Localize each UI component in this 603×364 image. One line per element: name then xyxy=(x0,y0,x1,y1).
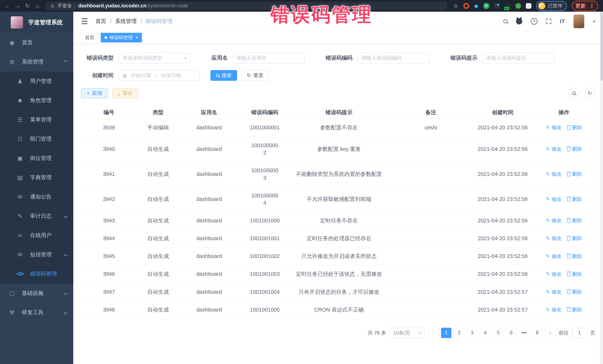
extension-grid-icon[interactable] xyxy=(494,3,500,9)
date-range-picker[interactable]: ▦ 开始日期 - 结束日期 xyxy=(118,70,200,81)
sidebar-item-online-users[interactable]: ∞ 在线用户 xyxy=(0,226,73,245)
sidebar-item-audit-log[interactable]: ✎ 审计日志 xyxy=(0,207,73,226)
page-button-3[interactable]: 3 xyxy=(467,328,477,338)
address-bar[interactable]: ⚠ 不安全 dashboard.yudao.iocoder.cn/system/… xyxy=(46,2,447,10)
kebab-menu-icon[interactable]: ⋮ xyxy=(589,3,595,9)
update-button[interactable]: 更新 ⋮ xyxy=(572,1,598,11)
sidebar-item-system-management[interactable]: ⚙ 系统管理 xyxy=(0,52,73,72)
edit-link[interactable]: ✎ 修改 xyxy=(546,146,562,152)
toggle-search-button[interactable] xyxy=(568,88,579,99)
delete-link[interactable]: 删除 xyxy=(567,171,582,177)
extension-key-icon[interactable] xyxy=(515,3,521,9)
edit-link[interactable]: ✎ 修改 xyxy=(546,171,562,177)
dashboard-icon: ◉ xyxy=(8,39,16,46)
delete-link[interactable]: 删除 xyxy=(567,235,582,242)
caret-down-icon[interactable]: ▾ xyxy=(593,19,595,24)
delete-link[interactable]: 删除 xyxy=(567,124,582,131)
extension-v-icon[interactable]: V xyxy=(483,3,489,9)
extension-gem-icon[interactable]: ◆ xyxy=(474,3,478,9)
delete-link[interactable]: 删除 xyxy=(567,146,582,152)
cell-remark xyxy=(387,301,475,319)
breadcrumb-home[interactable]: 首页 xyxy=(95,18,106,25)
search-icon[interactable] xyxy=(503,19,508,23)
app-name-input[interactable] xyxy=(237,55,301,61)
edit-link[interactable]: ✎ 修改 xyxy=(546,288,562,295)
sidebar-item-notice[interactable]: ✉ 通知公告 xyxy=(0,187,73,207)
page-button-1[interactable]: 1 xyxy=(441,328,452,338)
delete-link[interactable]: 删除 xyxy=(567,271,582,277)
fullscreen-icon[interactable] xyxy=(546,19,551,24)
edit-link[interactable]: ✎ 修改 xyxy=(546,196,562,203)
edit-link[interactable]: ✎ 修改 xyxy=(546,271,562,277)
page-button-4[interactable]: 4 xyxy=(480,328,490,338)
sidebar-item-post-management[interactable]: ▣ 岗位管理 xyxy=(0,149,73,168)
user-avatar[interactable] xyxy=(573,14,584,28)
delete-link[interactable]: 删除 xyxy=(567,306,582,313)
cell-hint: 不允许获取敏感配置到前端 xyxy=(291,187,387,212)
goto-page-input[interactable] xyxy=(574,330,585,336)
edit-link[interactable]: ✎ 修改 xyxy=(546,235,562,242)
edit-link[interactable]: ✎ 修改 xyxy=(546,306,562,313)
search-button[interactable]: 搜索 xyxy=(210,70,237,81)
back-icon[interactable]: ← xyxy=(3,3,12,9)
scrollbar-thumb[interactable] xyxy=(601,12,603,81)
sidebar-item-dev-tools[interactable]: ⚒ 研发工具 xyxy=(0,303,73,322)
hamburger-icon[interactable]: ☰ xyxy=(81,17,88,26)
edit-link[interactable]: ✎ 修改 xyxy=(546,124,562,131)
page-button-2[interactable]: 2 xyxy=(454,328,464,338)
start-date-placeholder: 开始日期 xyxy=(131,72,151,79)
delete-link[interactable]: 删除 xyxy=(567,288,582,295)
sidebar-item-role-management[interactable]: ☻ 角色管理 xyxy=(0,91,73,110)
trash-icon xyxy=(567,237,570,241)
cell-hint: 只允许修改为开启或者关闭状态 xyxy=(291,247,387,265)
delete-link[interactable]: 删除 xyxy=(567,253,582,260)
reload-icon[interactable]: ↻ xyxy=(23,2,32,9)
extension-orange-icon[interactable] xyxy=(463,3,469,9)
pencil-icon: ✎ xyxy=(546,146,550,152)
bookmark-star-icon[interactable]: ☆ xyxy=(453,2,458,10)
page-button-5[interactable]: 5 xyxy=(493,328,503,338)
more-pages-button[interactable]: ••• xyxy=(519,328,529,338)
github-icon[interactable] xyxy=(516,18,522,24)
sidebar-item-department-management[interactable]: ☷ 部门管理 xyxy=(0,129,73,149)
error-hint-input[interactable] xyxy=(486,55,550,61)
delete-link[interactable]: 删除 xyxy=(567,196,582,203)
export-button[interactable]: ↓ 导出 xyxy=(112,88,138,98)
edit-link[interactable]: ✎ 修改 xyxy=(546,217,562,224)
page-button-8[interactable]: 8 xyxy=(532,328,542,338)
close-icon[interactable]: × xyxy=(135,35,138,40)
page-size-select[interactable]: 10条/页 xyxy=(389,328,425,338)
home-icon[interactable]: ⌂ xyxy=(33,3,42,9)
prev-page-button[interactable]: ‹ xyxy=(428,328,439,338)
sidebar-item-menu-management[interactable]: ☰ 菜单管理 xyxy=(0,110,73,129)
tab-home[interactable]: 首页 xyxy=(81,33,98,43)
extension-switch-icon[interactable]: on xyxy=(505,3,510,9)
delete-link[interactable]: 删除 xyxy=(567,217,582,224)
chevron-down-icon xyxy=(418,331,422,334)
tab-error-code-management[interactable]: 错误码管理 × xyxy=(101,33,142,43)
font-size-icon[interactable]: tT xyxy=(560,18,565,24)
error-code-input[interactable] xyxy=(361,55,426,61)
window-scrollbar[interactable] xyxy=(600,12,603,364)
breadcrumb-system[interactable]: 系统管理 xyxy=(115,18,137,25)
reset-button[interactable]: ↻ 重置 xyxy=(241,70,269,81)
sidebar-item-sms-management[interactable]: ✉ 短信管理 xyxy=(0,245,73,264)
sidebar-item-home[interactable]: ◉ 首页 xyxy=(0,33,73,52)
refresh-table-button[interactable]: ↻ xyxy=(584,88,595,99)
help-icon[interactable]: ? xyxy=(531,18,537,25)
forward-icon[interactable]: → xyxy=(13,3,22,9)
sidebar-item-infrastructure[interactable]: ▢ 基础设施 xyxy=(0,284,73,303)
logo-bar[interactable]: 芋道管理系统 xyxy=(0,12,73,33)
next-page-button[interactable]: › xyxy=(545,328,555,338)
add-button[interactable]: + 新增 xyxy=(81,88,108,98)
sidebar-item-error-code-management[interactable]: </> 错误码管理 xyxy=(0,264,73,284)
sidebar-item-user-management[interactable]: ♟ 用户管理 xyxy=(0,72,73,91)
extensions-puzzle-icon[interactable] xyxy=(526,3,531,9)
error-code-type-select[interactable]: 请选择错误码类型 xyxy=(118,53,191,63)
sidebar-item-dict-management[interactable]: ▤ 字典管理 xyxy=(0,168,73,187)
cell-type: 手动编辑 xyxy=(137,119,179,136)
edit-link[interactable]: ✎ 修改 xyxy=(546,253,562,260)
page-button-6[interactable]: 6 xyxy=(506,328,516,338)
table-row: 3942 自动生成 dashboard 100100000 4 不允许获取敏感配… xyxy=(81,187,595,212)
profile-chip[interactable]: 已暂停 xyxy=(536,1,567,11)
